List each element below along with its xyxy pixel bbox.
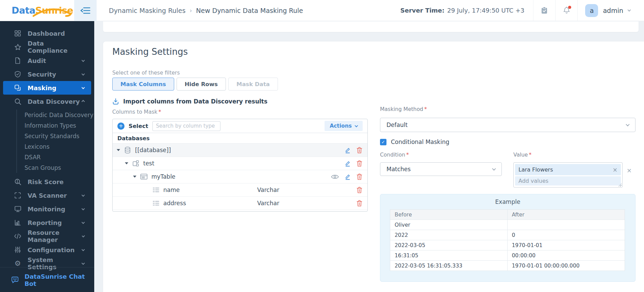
sidebar-subitem-security-standards[interactable]: Security Standards — [24, 131, 94, 141]
navbar-right-group: Server Time:29 July, 17:49:50 UTC +3 a a… — [392, 0, 644, 21]
resize-handle[interactable] — [618, 183, 622, 186]
tree-toolbar: + Select Actions — [113, 119, 367, 133]
datasunrise-logo[interactable]: Data Sunrise — [0, 5, 74, 16]
tree-row-table[interactable]: myTable — [113, 170, 367, 183]
example-table: Before After Oliver 2022 0 2022-03-05 19… — [390, 209, 625, 271]
table-row: 2022-03-05 1970-01-01 — [390, 240, 625, 250]
sidebar-item-dashboard[interactable]: Dashboard — [3, 27, 91, 40]
caret-down-icon[interactable] — [125, 162, 128, 164]
filters-label: Select one of these filters — [112, 70, 180, 76]
sidebar-item-label: Risk Score — [28, 178, 64, 185]
checkbox-checked-icon[interactable]: ✓ — [380, 139, 386, 145]
sidebar-item-monitoring[interactable]: Monitoring — [3, 202, 91, 216]
caret-down-icon[interactable] — [133, 176, 136, 178]
user-menu[interactable]: a admin — [578, 4, 644, 17]
clipboard-check-icon — [541, 6, 548, 14]
value-tag: Lara Flowers × — [515, 164, 621, 175]
tree-row-column-name[interactable]: name Varchar — [113, 183, 367, 197]
example-title: Example — [380, 198, 635, 205]
sidebar-item-masking[interactable]: Masking — [3, 81, 91, 95]
sidebar-subitem-scan-groups[interactable]: Scan Groups — [24, 162, 94, 173]
tree-node-label: [[database]] — [135, 147, 171, 153]
tree-node-label: myTable — [151, 173, 176, 180]
chat-bot-link[interactable]: DataSunrise Chat Bot — [0, 273, 94, 287]
server-time: Server Time:29 July, 17:49:50 UTC +3 — [392, 7, 533, 14]
example-table-header: Before After — [390, 210, 625, 220]
gear-icon: ⚙ — [14, 260, 21, 267]
breadcrumb-separator: › — [189, 7, 192, 14]
edit-icon[interactable] — [344, 160, 351, 167]
edit-icon[interactable] — [344, 146, 351, 154]
sidebar-item-reporting[interactable]: Reporting — [3, 216, 91, 229]
tree-row-database[interactable]: [[database]] — [113, 144, 367, 157]
table-row: 16:31:05 00:00:00 — [390, 250, 625, 261]
caret-down-icon[interactable] — [117, 149, 120, 151]
tree-row-schema[interactable]: test — [113, 157, 367, 170]
sidebar-item-security[interactable]: Security — [3, 67, 91, 81]
logo-text-data: Data — [12, 5, 35, 16]
delete-icon[interactable] — [356, 200, 363, 207]
mask-columns-button[interactable]: Mask Columns — [112, 78, 174, 91]
required-asterisk: * — [424, 106, 427, 112]
example-header-before: Before — [390, 210, 508, 220]
content-area: Masking Settings Select one of these fil… — [94, 21, 644, 292]
sidebar-item-configuration[interactable]: Configuration — [3, 243, 91, 257]
search-icon — [14, 98, 21, 105]
sidebar-subitem-periodic-data-discovery[interactable]: Periodic Data Discovery — [24, 110, 94, 120]
sidebar-item-label: Resource Manager — [28, 229, 82, 243]
value-tags-input[interactable]: Lara Flowers × — [513, 162, 623, 188]
sidebar-collapse-button[interactable] — [74, 0, 97, 21]
clear-values-icon[interactable]: × — [627, 167, 632, 174]
sidebar-item-risk-score[interactable]: Risk Score — [3, 175, 91, 189]
delete-icon[interactable] — [356, 160, 363, 167]
masking-method-select[interactable]: Default — [380, 118, 635, 132]
column-type-search-input[interactable] — [152, 121, 220, 131]
example-cell: 1970-01-01 00:00:00.000 — [508, 261, 625, 271]
sidebar-item-audit[interactable]: Audit — [3, 54, 91, 67]
sidebar-subitem-lexicons[interactable]: Lexicons — [24, 141, 94, 152]
chevron-down-icon — [82, 86, 85, 89]
chevron-down-icon — [82, 221, 85, 224]
table-row: Oliver — [390, 220, 625, 230]
delete-icon[interactable] — [356, 186, 363, 194]
add-column-button[interactable]: + — [117, 123, 125, 130]
chevron-down-icon — [82, 207, 85, 210]
sidebar-item-label: Security — [28, 71, 56, 78]
import-columns-link[interactable]: Import columns from Data Discovery resul… — [112, 98, 267, 105]
edit-icon[interactable] — [344, 173, 351, 180]
sidebar-item-data-compliance[interactable]: Data Compliance — [3, 40, 91, 54]
condition-select[interactable]: Matches — [380, 162, 502, 176]
sidebar-subitem-dsar[interactable]: DSAR — [24, 152, 94, 162]
chevron-down-icon — [82, 193, 85, 197]
preview-eye-icon[interactable] — [331, 174, 339, 180]
breadcrumb-item-rules[interactable]: Dynamic Masking Rules — [109, 7, 185, 14]
example-panel: Example Before After Oliver 2022 0 2022-… — [380, 194, 635, 282]
sidebar-item-resource-manager[interactable]: Resource Manager — [3, 229, 91, 243]
sidebar-item-label: Monitoring — [28, 206, 65, 213]
star-icon — [14, 43, 21, 51]
value-label: Value* — [513, 152, 531, 158]
notifications-button[interactable] — [556, 0, 577, 21]
remove-tag-icon[interactable]: × — [613, 166, 617, 173]
chevron-down-icon — [82, 72, 85, 76]
dashboard-grid-icon — [14, 30, 21, 37]
actions-dropdown-button[interactable]: Actions — [325, 121, 363, 131]
table-row: 2022-03-05 16:31:05.333 1970-01-01 00:00… — [390, 261, 625, 271]
required-asterisk: * — [406, 152, 409, 158]
masking-method-label: Masking Method* — [380, 106, 427, 112]
sidebar-item-va-scanner[interactable]: VA Scanner — [3, 189, 91, 202]
tasks-button[interactable] — [533, 0, 555, 21]
delete-icon[interactable] — [356, 173, 363, 180]
example-header-after: After — [508, 210, 625, 220]
sidebar-item-label: Data Compliance — [28, 40, 84, 54]
avatar: a — [585, 4, 598, 17]
server-time-label: Server Time: — [400, 7, 445, 14]
add-values-input[interactable] — [515, 178, 621, 184]
conditional-masking-checkbox-row[interactable]: ✓ Conditional Masking — [380, 139, 449, 145]
tree-row-column-address[interactable]: address Varchar — [113, 197, 367, 210]
sidebar-item-label: Data Discovery — [28, 98, 80, 105]
delete-icon[interactable] — [356, 147, 363, 154]
sidebar-item-data-discovery[interactable]: Data Discovery — [3, 95, 91, 108]
sidebar-subitem-information-types[interactable]: Information Types — [24, 120, 94, 131]
hide-rows-button[interactable]: Hide Rows — [177, 78, 226, 91]
